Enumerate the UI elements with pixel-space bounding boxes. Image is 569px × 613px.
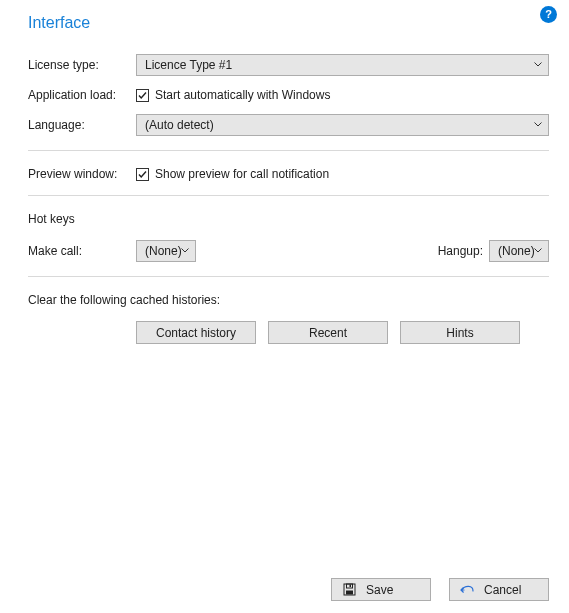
svg-rect-2 bbox=[346, 591, 353, 595]
clear-histories-heading: Clear the following cached histories: bbox=[28, 293, 549, 307]
page-title: Interface bbox=[28, 14, 549, 32]
preview-window-label: Preview window: bbox=[28, 167, 136, 181]
button-label: Contact history bbox=[156, 326, 236, 340]
language-select[interactable]: (Auto detect) bbox=[136, 114, 549, 136]
clear-recent-button[interactable]: Recent bbox=[268, 321, 388, 344]
divider bbox=[28, 150, 549, 151]
button-label: Cancel bbox=[484, 583, 521, 597]
license-type-label: License type: bbox=[28, 58, 136, 72]
divider bbox=[28, 276, 549, 277]
button-label: Save bbox=[366, 583, 393, 597]
application-load-label: Application load: bbox=[28, 88, 136, 102]
chevron-down-icon bbox=[181, 248, 189, 254]
start-automatically-checkbox[interactable] bbox=[136, 89, 149, 102]
chevron-down-icon bbox=[534, 62, 542, 68]
chevron-down-icon bbox=[534, 122, 542, 128]
check-icon bbox=[137, 169, 148, 180]
start-automatically-text: Start automatically with Windows bbox=[155, 88, 330, 102]
make-call-label: Make call: bbox=[28, 244, 136, 258]
save-button[interactable]: Save bbox=[331, 578, 431, 601]
undo-icon bbox=[460, 585, 474, 595]
license-type-select[interactable]: Licence Type #1 bbox=[136, 54, 549, 76]
hangup-hotkey-select[interactable]: (None) bbox=[489, 240, 549, 262]
show-preview-text: Show preview for call notification bbox=[155, 167, 329, 181]
check-icon bbox=[137, 90, 148, 101]
language-label: Language: bbox=[28, 118, 136, 132]
help-icon[interactable]: ? bbox=[540, 6, 557, 23]
make-call-hotkey-value: (None) bbox=[145, 244, 182, 258]
clear-contact-history-button[interactable]: Contact history bbox=[136, 321, 256, 344]
button-label: Hints bbox=[446, 326, 473, 340]
hotkeys-heading: Hot keys bbox=[28, 212, 549, 226]
show-preview-checkbox[interactable] bbox=[136, 168, 149, 181]
hangup-label: Hangup: bbox=[438, 244, 483, 258]
save-icon bbox=[342, 583, 356, 596]
button-label: Recent bbox=[309, 326, 347, 340]
cancel-button[interactable]: Cancel bbox=[449, 578, 549, 601]
language-value: (Auto detect) bbox=[145, 118, 214, 132]
hangup-hotkey-value: (None) bbox=[498, 244, 535, 258]
clear-hints-button[interactable]: Hints bbox=[400, 321, 520, 344]
divider bbox=[28, 195, 549, 196]
chevron-down-icon bbox=[534, 248, 542, 254]
license-type-value: Licence Type #1 bbox=[145, 58, 232, 72]
svg-rect-3 bbox=[349, 585, 351, 588]
make-call-hotkey-select[interactable]: (None) bbox=[136, 240, 196, 262]
